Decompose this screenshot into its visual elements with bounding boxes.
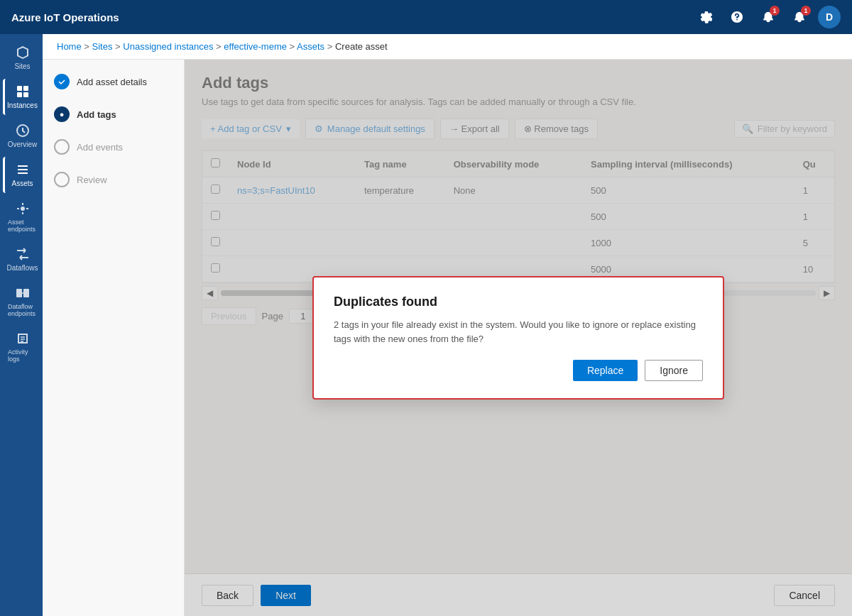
svg-rect-3 bbox=[23, 92, 28, 97]
settings-button[interactable] bbox=[693, 4, 719, 30]
breadcrumb: Home > Sites > Unassigned instances > ef… bbox=[43, 34, 852, 60]
wizard-step-label-2: Add tags bbox=[77, 109, 116, 120]
sidebar: Sites Instances Overview Assets Asset en… bbox=[0, 34, 43, 616]
sidebar-item-overview[interactable]: Overview bbox=[3, 118, 40, 154]
wizard-step-label-3: Add events bbox=[77, 142, 123, 153]
sidebar-item-instances[interactable]: Instances bbox=[3, 79, 40, 115]
modal-title: Duplicates found bbox=[334, 295, 703, 309]
breadcrumb-unassigned[interactable]: Unassigned instances bbox=[123, 41, 213, 52]
breadcrumb-assets[interactable]: Assets bbox=[297, 41, 324, 52]
wizard-step-add-events[interactable]: Add events bbox=[54, 139, 173, 155]
svg-rect-0 bbox=[17, 86, 22, 91]
wizard-step-circle-done bbox=[54, 74, 70, 89]
sidebar-item-dataflows[interactable]: Dataflows bbox=[3, 241, 40, 277]
svg-rect-1 bbox=[23, 86, 28, 91]
duplicates-dialog: Duplicates found 2 tags in your file alr… bbox=[312, 276, 724, 400]
sidebar-item-dataflow-endpoints[interactable]: Dataflow endpoints bbox=[3, 280, 40, 323]
user-avatar[interactable]: D bbox=[818, 6, 841, 28]
breadcrumb-home[interactable]: Home bbox=[57, 41, 82, 52]
content-area: Home > Sites > Unassigned instances > ef… bbox=[43, 34, 852, 616]
wizard-sidebar: Add asset details ● Add tags Add events … bbox=[43, 60, 185, 616]
breadcrumb-sites[interactable]: Sites bbox=[92, 41, 113, 52]
main-layout: Sites Instances Overview Assets Asset en… bbox=[0, 34, 852, 616]
sidebar-item-assets[interactable]: Assets bbox=[3, 157, 40, 193]
topbar-icons: 1 1 D bbox=[693, 4, 841, 30]
breadcrumb-current: Create asset bbox=[335, 41, 388, 52]
wizard-step-circle-active: ● bbox=[54, 106, 70, 122]
modal-overlay: Duplicates found 2 tags in your file alr… bbox=[185, 60, 852, 616]
ignore-button[interactable]: Ignore bbox=[645, 360, 703, 381]
alert-button[interactable]: 1 bbox=[787, 4, 812, 30]
wizard-step-circle-inactive-4 bbox=[54, 172, 70, 187]
notification-badge: 1 bbox=[770, 6, 780, 16]
app-title: Azure IoT Operations bbox=[11, 11, 684, 23]
svg-point-5 bbox=[21, 207, 25, 211]
wizard-step-add-asset-details[interactable]: Add asset details bbox=[54, 74, 173, 89]
svg-rect-6 bbox=[16, 289, 22, 297]
modal-actions: Replace Ignore bbox=[334, 360, 703, 381]
sidebar-item-sites[interactable]: Sites bbox=[3, 40, 40, 76]
sidebar-item-activity-logs[interactable]: Activity logs bbox=[3, 326, 40, 368]
inner-layout: Add asset details ● Add tags Add events … bbox=[43, 60, 852, 616]
help-button[interactable] bbox=[724, 4, 750, 30]
breadcrumb-effective-meme[interactable]: effective-meme bbox=[224, 41, 287, 52]
alert-badge: 1 bbox=[801, 6, 811, 16]
wizard-step-add-tags[interactable]: ● Add tags bbox=[54, 106, 173, 122]
sidebar-item-asset-endpoints[interactable]: Asset endpoints bbox=[3, 196, 40, 238]
svg-rect-7 bbox=[23, 289, 29, 297]
modal-message: 2 tags in your file already exist in the… bbox=[334, 318, 703, 346]
wizard-step-review[interactable]: Review bbox=[54, 172, 173, 187]
notification-button[interactable]: 1 bbox=[755, 4, 781, 30]
wizard-step-label-1: Add asset details bbox=[77, 77, 147, 87]
replace-button[interactable]: Replace bbox=[573, 360, 638, 381]
wizard-step-circle-inactive-3 bbox=[54, 139, 70, 155]
svg-rect-2 bbox=[17, 92, 22, 97]
wizard-step-label-4: Review bbox=[77, 175, 107, 185]
topbar: Azure IoT Operations 1 1 D bbox=[0, 0, 852, 34]
